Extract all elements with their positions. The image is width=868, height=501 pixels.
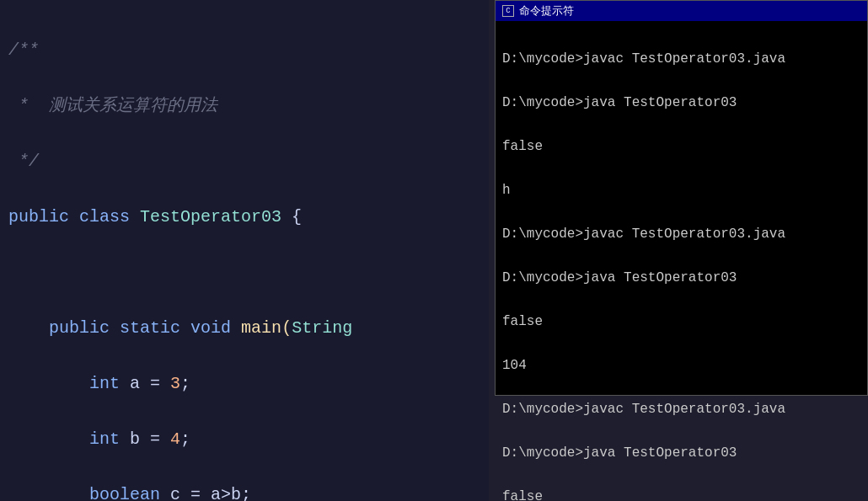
- line-int-a: int a = 3;: [8, 370, 480, 397]
- prompt-5: D:\mycode>javac TestOperator03.java: [502, 402, 785, 417]
- cmd-output-104a: 104: [502, 354, 860, 376]
- code-area: /** * 测试关系运算符的用法 */ public class TestOpe…: [0, 0, 489, 501]
- num-4: 4: [170, 429, 180, 449]
- comment-text: /**: [8, 40, 39, 60]
- kw-void: void: [190, 318, 231, 338]
- comment-text: * 测试关系运算符的用法: [8, 96, 217, 115]
- kw-int2: int: [89, 429, 120, 449]
- line-int-b: int b = 4;: [8, 425, 480, 453]
- line-comment2: * 测试关系运算符的用法: [8, 92, 480, 120]
- kw-static: static: [120, 318, 180, 338]
- prompt-1: D:\mycode>javac TestOperator03.java: [502, 51, 785, 67]
- cmd-titlebar: C 命令提示符: [496, 1, 867, 21]
- class-name: TestOperator03: [140, 207, 281, 227]
- kw-public: public: [8, 207, 69, 227]
- cmd-output-false3: false: [502, 486, 860, 501]
- cmd-content[interactable]: D:\mycode>javac TestOperator03.java D:\m…: [496, 21, 867, 501]
- line-blank1: [8, 258, 480, 286]
- num-3: 3: [170, 374, 180, 393]
- cmd-line-3: D:\mycode>javac TestOperator03.java: [502, 223, 860, 245]
- line-class-decl: public class TestOperator03 {: [8, 203, 480, 231]
- cmd-output-h: h: [502, 179, 860, 201]
- kw-string: String: [292, 318, 352, 338]
- kw-public2: public: [49, 318, 110, 338]
- comment-text: */: [8, 152, 39, 171]
- cmd-line-1: D:\mycode>javac TestOperator03.java: [502, 48, 860, 70]
- cmd-line-2: D:\mycode>java TestOperator03: [502, 92, 860, 114]
- cmd-output-false2: false: [502, 311, 860, 333]
- editor-panel: /** * 测试关系运算符的用法 */ public class TestOpe…: [0, 0, 489, 501]
- cmd-icon: C: [502, 5, 514, 17]
- kw-int1: int: [89, 374, 120, 393]
- line-comment3: */: [8, 147, 480, 175]
- cmd-title: 命令提示符: [519, 3, 574, 19]
- prompt-4: D:\mycode>java TestOperator03: [502, 270, 737, 285]
- cmd-line-4: D:\mycode>java TestOperator03: [502, 267, 860, 289]
- line-comment1: /**: [8, 36, 480, 64]
- cmd-output-false1: false: [502, 136, 860, 157]
- prompt-3: D:\mycode>javac TestOperator03.java: [502, 227, 785, 242]
- line-bool-c: boolean c = a>b;: [8, 481, 480, 501]
- kw-boolean1: boolean: [89, 485, 160, 501]
- method-main: main: [241, 318, 281, 338]
- kw-class: class: [79, 207, 130, 227]
- line-main: public static void main(String: [8, 314, 480, 342]
- cmd-line-6: D:\mycode>java TestOperator03: [502, 442, 860, 464]
- prompt-2: D:\mycode>java TestOperator03: [502, 95, 737, 110]
- cmd-line-5: D:\mycode>javac TestOperator03.java: [502, 398, 860, 420]
- cmd-panel: C 命令提示符 D:\mycode>javac TestOperator03.j…: [495, 0, 868, 396]
- prompt-6: D:\mycode>java TestOperator03: [502, 445, 737, 461]
